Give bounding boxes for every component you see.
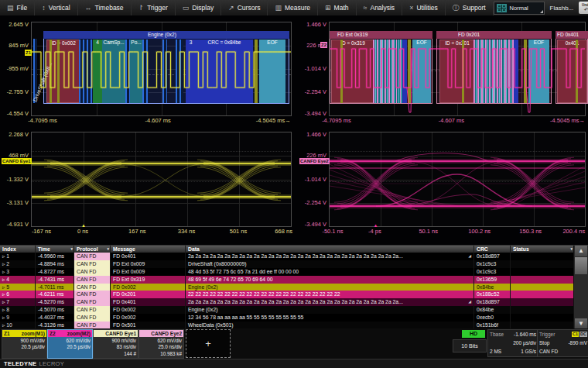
column-header-message[interactable]: Message [111, 246, 186, 253]
menu-item-file[interactable]: ▤File [0, 0, 35, 15]
column-header-time[interactable]: Time▾ [36, 246, 74, 253]
cell-data: 48 4d 53 5f 72 75 6c 65 7a 21 dd ee ff 0… [186, 268, 474, 276]
sort-arrow-icon[interactable]: ▾ [570, 246, 573, 253]
descriptor-z1[interactable]: Z1zoom(M1)900 mV/div20.5 µs/div [2, 329, 47, 359]
descriptor-line: 620 mV/div [141, 338, 182, 344]
trace-descriptor-bar: Z1zoom(M1)900 mV/div20.5 µs/divZ2zoom(M2… [0, 328, 588, 359]
cell-crc: 0x18d897 [474, 253, 511, 260]
column-header-protocol[interactable]: Protocol▾ [74, 246, 111, 253]
undo-button[interactable]: Undo ↶ [579, 2, 588, 14]
decode-field-box: Po... [130, 40, 142, 103]
table-row[interactable]: ▹ 6-4.6211 msCAN FDFD 0x20122 22 22 22 2… [0, 291, 574, 298]
trigger-descriptor[interactable]: Trigger C1 DC Stop -890 mV CAN FD [537, 329, 588, 357]
table-row[interactable]: ▹ 7-4.5270 msCAN FDFD 0x4012a 2a 2a 2a 2… [0, 298, 574, 306]
descriptor-line: 144 # [95, 351, 136, 357]
cell-crc: 0x13659 [474, 276, 511, 284]
descriptor-header: Z1zoom(M1) [2, 330, 46, 337]
cell-index: ▹ 5 [0, 284, 36, 291]
menu-item-measure[interactable]: ▥Measure [268, 0, 318, 15]
resolution-bits-label: 10 Bits [453, 339, 487, 353]
descriptor-values: 620 mV/div20.5 µs/div [48, 337, 92, 351]
cell-crc: 0x1c9c3 [474, 268, 511, 276]
scroll-thumb[interactable] [575, 257, 587, 274]
trace-label-badge[interactable]: Z1 [25, 50, 32, 56]
y-axis-label: -2.254 V [298, 88, 326, 95]
menu-item-support[interactable]: ⓘSupport [446, 0, 494, 15]
cell-protocol: CAN FD [74, 276, 111, 284]
oscilloscope-screen: ▤File↕Vertical↔Timebase↾Trigger▭Display↗… [0, 0, 588, 368]
decode-stuff-bit [524, 40, 527, 103]
cell-msg: FD 0x401 [111, 298, 186, 306]
table-scrollbar[interactable]: ▲ ▼ [573, 246, 588, 329]
hd-mode-badge[interactable]: HD [462, 330, 485, 338]
cell-time: -4.5270 ms [36, 298, 74, 306]
x-axis-label: 334 ns [178, 228, 196, 235]
cell-status [511, 306, 574, 314]
menu-item-cursors[interactable]: ↗Cursors [221, 0, 268, 15]
grid-mode-button[interactable]: Normal [494, 2, 545, 15]
flashback-button[interactable]: Flashb... [550, 5, 574, 12]
table-row[interactable]: ▹ 4-4.7431 msCAN FDFD Ext 0x31948 69 5f … [0, 276, 574, 284]
column-header-crc[interactable]: CRC [474, 246, 511, 253]
column-header-status[interactable]: Status▾ [511, 246, 574, 253]
utilities-icon: × [409, 0, 413, 15]
add-trace-button[interactable]: + [186, 329, 231, 358]
table-row[interactable]: ▹ 3-4.8727 msCAN FDFD Ext 0x00948 4d 53 … [0, 268, 574, 276]
y-axis-label: -1.014 V [298, 175, 326, 182]
trace-label-badge[interactable]: CANFD Eye1 [2, 158, 32, 164]
eye-grid-1[interactable]: ▲ [31, 132, 292, 227]
cell-time: -4.4037 ms [36, 314, 74, 322]
menu-item-timebase[interactable]: ↔Timebase [78, 0, 132, 15]
column-header-data[interactable]: Data [186, 246, 474, 253]
decode-brs-box [402, 40, 407, 103]
menu-item-label: Analysis [370, 4, 395, 12]
sort-arrow-icon[interactable]: ▾ [70, 246, 73, 253]
trigger-time-marker: ▲ [81, 223, 86, 228]
scroll-up-button[interactable]: ▲ [575, 246, 587, 256]
trigger-time-marker: ▲ [373, 223, 378, 228]
sort-arrow-icon[interactable]: ▾ [107, 246, 109, 253]
decode-frame-title: FD Ext 0x319 [337, 31, 368, 39]
decode-eof-box: EOF [412, 40, 431, 103]
scroll-down-button[interactable]: ▼ [575, 318, 587, 329]
x-axis-label: 50.1 ns [419, 228, 438, 235]
table-row[interactable]: ▹ 1-4.9960 msCAN FDFD 0x4012a 2a 2a 2a 2… [0, 253, 574, 260]
sigma-dotted-line [32, 181, 291, 182]
zoom-grid-1[interactable]: DriveShaft (0x8...Engine (0x2)ID = 0x002… [31, 22, 292, 116]
menu-item-vertical[interactable]: ↕Vertical [35, 0, 77, 15]
x-axis-label: -50.1 ns [322, 228, 343, 235]
x-axis-label: 668 ns [275, 228, 292, 235]
menu-item-math[interactable]: ⊞Math [318, 0, 356, 15]
decode-stuff-bit [340, 40, 343, 103]
menu-item-utilities[interactable]: ×Utilities [402, 0, 446, 15]
table-row[interactable]: ▹ 2-4.8894 msCAN FDFD Ext 0x009DriveShaf… [0, 260, 574, 268]
table-row[interactable]: ▹ 8-4.5070 msCAN FDFD 0x002Engine (0x2)0… [0, 306, 574, 314]
menu-item-analysis[interactable]: ≈Analysis [357, 0, 403, 15]
zoom-grid-2[interactable]: FD Ext 0x319ID = 0x319EOFFD 0x201ID = 0x… [329, 22, 586, 116]
descriptor-header: CANFD Eye1 [94, 330, 138, 337]
menu-item-trigger[interactable]: ↾Trigger [132, 0, 176, 15]
table-row[interactable]: ▹ 9-4.4037 msCAN FDFD 0x00212 34 56 78 a… [0, 314, 574, 322]
math-icon: ⊞ [325, 0, 331, 15]
decode-crc-box: CRC = 0x84be [196, 40, 253, 103]
brand-lecroy: LECROY [39, 360, 64, 367]
menu-item-label: Measure [285, 4, 310, 12]
eye-grid-2[interactable]: ▲ [329, 132, 586, 227]
trace-label-badge[interactable]: CANFD Eye2 [299, 158, 330, 164]
timebase-descriptor[interactable]: Tbase -1.640 ms 200 µs/div 2 MS 1 GS/s [487, 329, 538, 357]
column-header-index[interactable]: Index [0, 246, 36, 253]
descriptor-canfd-eye1[interactable]: CANFD Eye1900 mV/div83 ns/div144 # [93, 329, 138, 359]
y-axis-label: -1.014 V [298, 65, 326, 72]
menu-item-display[interactable]: ▭Display [176, 0, 221, 15]
table-row[interactable]: ▹ 5-4.7011 msCAN FDFD 0x002Engine (0x2)0… [0, 284, 574, 291]
sample-count: 2 MS [490, 347, 501, 356]
cell-protocol: CAN FD [74, 306, 111, 314]
descriptor-canfd-eye2[interactable]: CANFD Eye2620 mV/div25.0 ns/div10.983 k# [138, 329, 184, 359]
gridline-horizontal [32, 156, 291, 156]
descriptor-z2[interactable]: Z2zoom(M2)620 mV/div20.5 µs/div [47, 329, 93, 359]
descriptor-line: 20.5 µs/div [4, 344, 45, 350]
menu-items: ▤File↕Vertical↔Timebase↾Trigger▭Display↗… [0, 0, 494, 15]
trace-label-badge[interactable]: Z2 [320, 42, 327, 48]
cell-time: -4.6211 ms [36, 291, 74, 298]
decode-frame-title-bar: Engine (0x2) [43, 31, 289, 39]
